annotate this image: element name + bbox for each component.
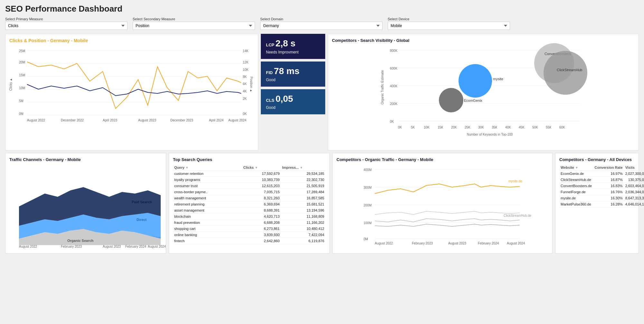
chart-title-clicks: Clicks & <box>9 38 28 43</box>
cell-clicks: 3,839,930 <box>242 232 281 238</box>
bubble-ecomgenix <box>439 88 463 112</box>
competitors-organic-chart: 400M 300M 200M 100M 0M mysite.de ClickSt… <box>336 165 548 248</box>
cell-website: ClickStreamHub.de <box>559 177 593 183</box>
svg-text:Position ▲: Position ▲ <box>250 77 253 92</box>
cell-query: fraud prevention <box>173 220 242 226</box>
svg-text:Organic Traffic Estimate: Organic Traffic Estimate <box>381 70 384 104</box>
cell-clicks: 8,688,391 <box>242 207 281 214</box>
table-row: fraud prevention6,688,20811,166,202 <box>173 220 326 226</box>
table-row: ConvertBoosters.de16.83%2,603,464,034 <box>559 183 644 189</box>
device-select[interactable]: Mobile Desktop Tablet <box>388 22 510 30</box>
table-row: ClickStreamHub.de16.87%130,375,078 <box>559 177 644 183</box>
svg-text:60K: 60K <box>559 126 565 129</box>
svg-text:15K: 15K <box>438 126 443 129</box>
cell-website: ConvertBoosters.de <box>559 183 593 189</box>
svg-text:April 2023: April 2023 <box>103 119 117 122</box>
top-queries-card: Top Search Queries Query ▼ Clicks ▼ Impr… <box>169 153 330 253</box>
cell-query: fintech <box>173 238 242 244</box>
svg-text:August 2022: August 2022 <box>375 242 393 245</box>
main-chart-title: Clicks & Position - Germany - Mobile <box>9 38 254 43</box>
table-row: mysite.de16.30%8,647,313,311 <box>559 195 644 201</box>
cell-visits: 2,036,344,083 <box>624 189 644 195</box>
svg-text:February 2023: February 2023 <box>61 245 82 248</box>
svg-text:14K: 14K <box>243 49 249 53</box>
vital-lcp: LCP 2,8 s Needs Improvment <box>261 34 325 59</box>
controls-bar: Select Primary Measure Clicks Impression… <box>5 17 639 30</box>
svg-text:December 2022: December 2022 <box>61 119 84 122</box>
svg-text:February 2023: February 2023 <box>412 242 433 245</box>
bubble-clickstreamhub <box>544 51 587 95</box>
filter-icon-clicks[interactable]: ▼ <box>255 166 258 169</box>
vital-cls: CLS 0,05 Good <box>261 89 325 114</box>
table-row: consumer trust12,615,20321,505,919 <box>173 183 326 189</box>
col-visits: Visits <box>624 165 644 171</box>
bubble-ecomgenix-label: EcomGenix <box>464 99 482 102</box>
direct-label: Direct <box>137 218 147 222</box>
primary-measure-select[interactable]: Clicks Impressions CTR <box>5 22 128 30</box>
main-chart-card: Clicks & Position - Germany - Mobile 25M… <box>5 34 258 150</box>
cell-website: EcomGenix.de <box>559 171 593 177</box>
table-row: loyalty programs10,383,73922,302,730 <box>173 177 326 183</box>
chart-title-position: Position <box>28 38 46 43</box>
cell-impressions: 21,505,919 <box>281 183 326 189</box>
clickstreamhub-label: ClickStreamHub.de <box>504 214 532 217</box>
cell-query: cross-border payme.. <box>173 189 242 195</box>
svg-text:800K: 800K <box>390 49 398 52</box>
cell-query: wealth management <box>173 195 242 201</box>
cell-impressions: 11,168,809 <box>281 214 326 220</box>
cell-clicks: 7,035,715 <box>242 189 281 195</box>
svg-text:45K: 45K <box>519 126 525 129</box>
table-row: MarketPulse360.de16.28%4,646,014,116 <box>559 201 644 207</box>
svg-text:December 2023: December 2023 <box>170 119 194 122</box>
page-title: SEO Performance Dashboard <box>5 4 639 14</box>
vital-fid: FID 78 ms Good <box>261 62 325 87</box>
traffic-channels-card: Traffic Channels - Germany - Mobile Paid… <box>5 153 166 253</box>
domain-group: Select Domain Germany France USA <box>260 17 383 30</box>
svg-text:200M: 200M <box>364 204 372 207</box>
filter-icon-query[interactable]: ▼ <box>185 166 189 169</box>
competitors-organic-title: Competitors - Organic Traffic - Germany … <box>336 157 548 162</box>
cls-status: Good <box>266 105 320 110</box>
table-row: EcomGenix.de16.97%2,027,300,093 <box>559 171 644 177</box>
cell-visits: 2,027,300,093 <box>624 171 644 177</box>
svg-text:0K: 0K <box>243 112 247 116</box>
competitors-table-title: Competitors - Germany - All Devices <box>559 157 635 162</box>
table-row: online banking3,839,9307,422,094 <box>173 232 326 238</box>
cell-clicks: 17,592,679 <box>242 171 281 177</box>
svg-text:0K: 0K <box>390 120 394 123</box>
svg-text:5M: 5M <box>19 99 24 103</box>
cell-rate: 16.97% <box>593 171 624 177</box>
cell-visits: 8,647,313,311 <box>624 195 644 201</box>
svg-text:August 2023: August 2023 <box>103 245 121 248</box>
svg-text:August 2023: August 2023 <box>138 119 156 122</box>
table-row: asset management8,688,39113,194,596 <box>173 207 326 214</box>
secondary-measure-select[interactable]: Position CTR Impressions <box>133 22 255 30</box>
cell-visits: 2,603,464,034 <box>624 183 644 189</box>
cell-query: shopping cart <box>173 226 242 232</box>
table-row: cross-border payme..7,035,71517,289,484 <box>173 189 326 195</box>
cell-visits: 4,646,014,116 <box>624 201 644 207</box>
col-query: Query ▼ <box>173 165 242 171</box>
cell-rate: 16.76% <box>593 189 624 195</box>
cell-website: FunnelForge.de <box>559 189 593 195</box>
fid-value: 78 ms <box>274 66 299 76</box>
cell-impressions: 7,422,094 <box>281 232 326 238</box>
svg-text:0M: 0M <box>19 112 24 116</box>
svg-text:5K: 5K <box>411 126 415 129</box>
domain-select[interactable]: Germany France USA <box>260 22 383 30</box>
cell-impressions: 11,166,202 <box>281 220 326 226</box>
lcp-value: 2,8 s <box>275 38 295 48</box>
svg-text:10K: 10K <box>243 68 249 71</box>
cls-value: 0,05 <box>276 94 293 104</box>
filter-icon-impressions[interactable]: ▼ <box>300 166 303 169</box>
svg-text:August 2023: August 2023 <box>448 242 467 245</box>
filter-icon-website[interactable]: ▼ <box>575 166 578 169</box>
competitors-visibility-title: Competitors - Search Visibility - Global <box>332 38 635 43</box>
svg-text:25K: 25K <box>465 126 470 129</box>
cell-website: MarketPulse360.de <box>559 201 593 207</box>
svg-text:April 2024: April 2024 <box>209 119 223 122</box>
cls-metric: CLS <box>266 98 274 103</box>
svg-text:20K: 20K <box>451 126 457 129</box>
svg-text:Clicks ▲: Clicks ▲ <box>9 78 13 91</box>
cell-query: retirement planning <box>173 201 242 207</box>
